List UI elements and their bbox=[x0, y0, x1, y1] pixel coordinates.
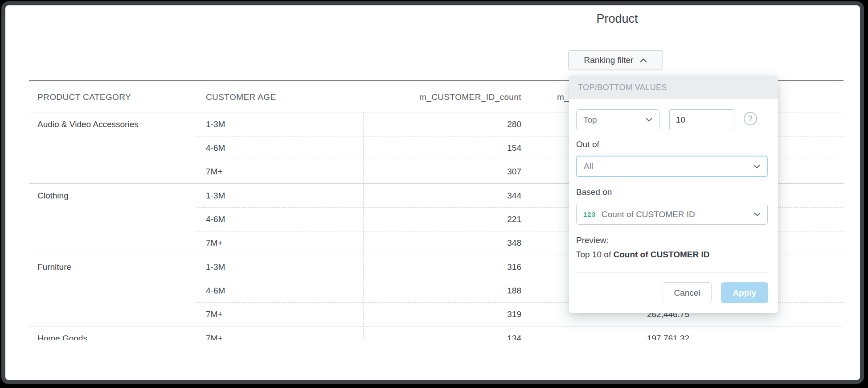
chevron-down-icon bbox=[646, 118, 652, 122]
based-on-select-value: Count of CUSTOMER ID bbox=[602, 210, 748, 219]
cell-customer-id-count: 188 bbox=[399, 279, 521, 302]
page-title: Product bbox=[570, 12, 664, 26]
cell-customer-id-count: 280 bbox=[399, 112, 521, 136]
popup-header: TOP/BOTTOM VALUES bbox=[569, 76, 778, 99]
cell-customer-age: 7M+ bbox=[206, 160, 223, 183]
based-on-select[interactable]: 123 Count of CUSTOMER ID bbox=[576, 204, 768, 225]
cell-customer-age: 1-3M bbox=[206, 184, 225, 207]
column-header-product-category: PRODUCT CATEGORY bbox=[37, 92, 131, 102]
ranking-filter-label: Ranking filter bbox=[584, 55, 634, 65]
out-of-select[interactable]: All bbox=[576, 156, 768, 177]
help-icon[interactable]: ? bbox=[744, 112, 757, 125]
column-header-customer-age: CUSTOMER AGE bbox=[206, 92, 276, 102]
cell-product-category: Home Goods bbox=[37, 326, 87, 340]
cell-customer-age: 7M+ bbox=[206, 302, 223, 326]
table-row: Home Goods7M+134197,761.32 bbox=[29, 326, 843, 340]
ranking-filter-button[interactable]: Ranking filter bbox=[568, 50, 663, 70]
chevron-down-icon bbox=[753, 165, 760, 169]
cell-customer-age: 4-6M bbox=[206, 207, 225, 231]
cell-customer-id-count: 319 bbox=[399, 302, 521, 326]
cell-customer-age: 4-6M bbox=[206, 136, 225, 160]
cell-product-category: Furniture bbox=[37, 255, 71, 279]
cell-product-category: Audio & Video Accessories bbox=[37, 112, 139, 136]
cell-customer-id-count: 307 bbox=[399, 160, 521, 183]
out-of-label: Out of bbox=[576, 140, 599, 149]
cell-customer-age: 1-3M bbox=[206, 112, 225, 136]
cell-measure-value: 197,761.32 bbox=[577, 326, 689, 340]
cell-product-category: Clothing bbox=[37, 184, 69, 207]
cell-customer-id-count: 154 bbox=[399, 136, 521, 160]
cell-customer-id-count: 134 bbox=[399, 326, 521, 340]
cell-customer-id-count: 344 bbox=[399, 184, 521, 207]
rank-count-input[interactable] bbox=[669, 109, 734, 130]
app-frame: Product Ranking filter PRODUCT CATEGORY … bbox=[0, 0, 868, 388]
numeric-field-icon: 123 bbox=[583, 211, 596, 218]
column-header-customer-id-count: m_CUSTOMER_ID_count bbox=[399, 92, 521, 102]
apply-button[interactable]: Apply bbox=[721, 282, 768, 303]
cell-customer-id-count: 348 bbox=[399, 231, 521, 255]
cell-customer-age: 7M+ bbox=[206, 231, 223, 255]
top-bottom-select-value: Top bbox=[583, 115, 597, 125]
preview-prefix: Top 10 of bbox=[576, 250, 613, 259]
chevron-down-icon bbox=[754, 212, 761, 216]
popup-divider bbox=[576, 272, 768, 273]
cell-customer-id-count: 221 bbox=[399, 207, 521, 231]
table-group: Home Goods7M+134197,761.32 bbox=[29, 326, 843, 340]
based-on-label: Based on bbox=[576, 187, 612, 197]
ranking-filter-popup: TOP/BOTTOM VALUES Top ? Out of All Based… bbox=[569, 76, 778, 313]
cell-customer-age: 4-6M bbox=[206, 279, 225, 302]
cell-customer-id-count: 316 bbox=[399, 255, 521, 279]
preview-text: Top 10 of Count of CUSTOMER ID bbox=[576, 250, 709, 260]
cancel-button[interactable]: Cancel bbox=[663, 282, 712, 303]
out-of-select-value: All bbox=[584, 161, 593, 171]
preview-label: Preview: bbox=[576, 235, 609, 245]
chevron-up-icon bbox=[640, 58, 647, 62]
column-header-measure-clipped: m_ bbox=[557, 92, 569, 102]
top-bottom-select[interactable]: Top bbox=[576, 109, 659, 130]
preview-measure: Count of CUSTOMER ID bbox=[613, 250, 709, 259]
cell-customer-age: 7M+ bbox=[206, 326, 223, 340]
cell-customer-age: 1-3M bbox=[206, 255, 225, 279]
